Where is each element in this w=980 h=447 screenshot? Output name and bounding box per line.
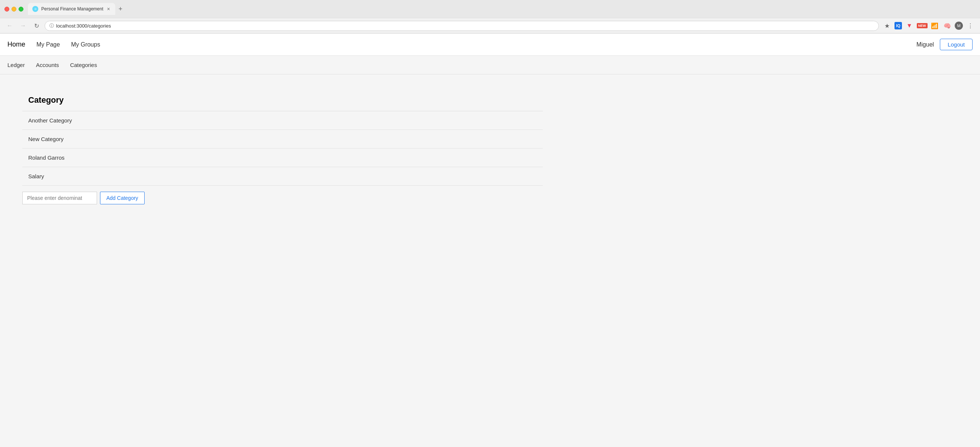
pocket-icon[interactable]: ▼ [904, 21, 915, 31]
category-cell: New Category [22, 130, 543, 148]
iq-extension-icon[interactable]: IQ [894, 22, 902, 29]
tab-bar: ⚛ Personal Finance Management × + [28, 3, 972, 15]
table-row: New Category [22, 130, 543, 148]
url-text: localhost:3000/categories [56, 23, 874, 29]
category-table: Category Another CategoryNew CategoryRol… [22, 89, 543, 186]
profile-avatar-icon[interactable]: M [955, 22, 963, 30]
app-wrapper: Home My Page My Groups Miguel Logout Led… [0, 34, 980, 447]
categories-link[interactable]: Categories [70, 57, 97, 73]
app-nav-right: Miguel Logout [916, 39, 972, 50]
tab-favicon-icon: ⚛ [32, 6, 38, 12]
table-row: Roland Garros [22, 148, 543, 167]
reload-button[interactable]: ↻ [31, 21, 41, 31]
browser-titlebar: ⚛ Personal Finance Management × + [0, 0, 980, 18]
main-content: Category Another CategoryNew CategoryRol… [0, 75, 980, 447]
app-nav-left: Home My Page My Groups [8, 41, 100, 48]
forward-button[interactable]: → [18, 21, 28, 31]
app-nav: Home My Page My Groups Miguel Logout [0, 34, 980, 56]
browser-toolbar: ← → ↻ ⓘ localhost:3000/categories ★ IQ ▼… [0, 18, 980, 33]
traffic-lights [5, 7, 24, 11]
category-table-header: Category [22, 89, 543, 111]
active-tab[interactable]: ⚛ Personal Finance Management × [28, 3, 115, 15]
new-extension-icon[interactable]: NEW [917, 21, 927, 31]
home-link[interactable]: Home [8, 41, 25, 48]
lock-icon: ⓘ [49, 23, 54, 29]
kodak-extension-icon[interactable]: 📶 [929, 21, 940, 31]
category-input[interactable] [22, 192, 97, 204]
ledger-link[interactable]: Ledger [8, 57, 25, 73]
browser-toolbar-right: ★ IQ ▼ NEW 📶 🧠 M ⋮ [882, 21, 975, 31]
sub-nav: Ledger Accounts Categories [0, 56, 980, 75]
my-page-link[interactable]: My Page [37, 42, 60, 48]
categories-container: Category Another CategoryNew CategoryRol… [22, 89, 543, 210]
category-cell: Salary [22, 167, 543, 186]
tab-title: Personal Finance Management [41, 6, 103, 11]
add-category-row: Add Category [22, 186, 543, 210]
browser-chrome: ⚛ Personal Finance Management × + ← → ↻ … [0, 0, 980, 34]
address-bar[interactable]: ⓘ localhost:3000/categories [45, 21, 879, 31]
add-category-button[interactable]: Add Category [100, 192, 145, 204]
back-button[interactable]: ← [5, 21, 15, 31]
accounts-link[interactable]: Accounts [36, 57, 59, 73]
logout-button[interactable]: Logout [940, 39, 972, 50]
extensions-puzzle-icon[interactable]: 🧠 [942, 21, 953, 31]
maximize-window-button[interactable] [19, 7, 24, 11]
my-groups-link[interactable]: My Groups [71, 42, 100, 48]
minimize-window-button[interactable] [11, 7, 16, 11]
category-cell: Roland Garros [22, 148, 543, 167]
new-tab-button[interactable]: + [115, 4, 126, 14]
username-label: Miguel [916, 42, 934, 48]
tab-close-button[interactable]: × [106, 6, 111, 12]
table-row: Another Category [22, 111, 543, 130]
menu-icon[interactable]: ⋮ [965, 21, 975, 31]
table-row: Salary [22, 167, 543, 186]
close-window-button[interactable] [5, 7, 9, 11]
bookmark-icon[interactable]: ★ [882, 21, 892, 31]
category-cell: Another Category [22, 111, 543, 130]
